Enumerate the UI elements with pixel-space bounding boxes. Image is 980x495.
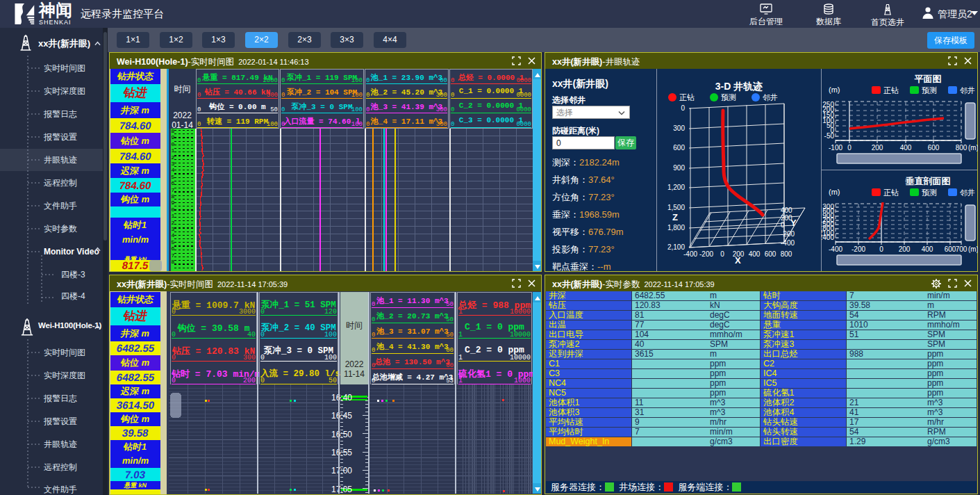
svg-text:1,500: 1,500 (667, 204, 685, 211)
svg-text:600: 600 (945, 245, 956, 253)
svg-text:1: 1 (172, 213, 175, 219)
svg-text:0: 0 (172, 206, 175, 213)
svg-text:400: 400 (749, 250, 761, 258)
svg-text:0: 0 (879, 245, 883, 253)
svg-text:16:45: 16:45 (331, 411, 352, 421)
svg-text:600: 600 (928, 144, 940, 152)
svg-text:0: 0 (720, 250, 724, 258)
svg-text:900: 900 (673, 164, 685, 172)
svg-text:6: 6 (172, 245, 175, 252)
svg-text:2,100: 2,100 (667, 243, 685, 251)
svg-text:600: 600 (673, 144, 685, 152)
svg-text:9: 9 (172, 200, 175, 206)
svg-text:1,800: 1,800 (667, 224, 685, 232)
svg-text:-200: -200 (852, 245, 865, 253)
svg-text:800: 800 (781, 250, 792, 258)
svg-text:8: 8 (172, 259, 175, 265)
svg-text:0: 0 (681, 104, 685, 112)
svg-text:预测: 预测 (922, 86, 937, 95)
svg-text:邻井: 邻井 (960, 86, 975, 95)
svg-text:800: 800 (956, 144, 967, 152)
svg-text:4: 4 (172, 232, 175, 238)
svg-text:7: 7 (172, 252, 175, 259)
svg-text:200: 200 (872, 144, 883, 152)
svg-text:X: X (735, 255, 741, 266)
svg-text:5: 5 (172, 174, 175, 180)
svg-text:预测: 预测 (721, 93, 736, 102)
svg-text:(m): (m) (968, 144, 978, 152)
svg-text:正钻: 正钻 (679, 93, 695, 102)
svg-text:600: 600 (765, 250, 776, 258)
svg-text:-400: -400 (829, 245, 842, 253)
svg-text:-50: -50 (824, 132, 835, 140)
svg-text:0: 0 (781, 221, 785, 229)
svg-text:200: 200 (899, 245, 911, 253)
svg-text:1: 1 (172, 147, 175, 154)
svg-text:5: 5 (172, 239, 175, 245)
svg-text:Y: Y (790, 218, 797, 228)
svg-text:邻井: 邻井 (960, 188, 975, 197)
svg-text:3: 3 (172, 226, 175, 232)
svg-text:400: 400 (900, 144, 912, 152)
svg-text:300: 300 (673, 124, 685, 132)
svg-text:平面图: 平面图 (915, 74, 942, 84)
svg-text:邻井: 邻井 (763, 93, 778, 102)
svg-text:预测: 预测 (922, 188, 937, 197)
svg-text:17:05: 17:05 (331, 485, 352, 494)
svg-text:-400: -400 (683, 250, 697, 258)
svg-text:8: 8 (172, 193, 175, 200)
svg-text:16:55: 16:55 (331, 448, 352, 457)
svg-text:垂直剖面图: 垂直剖面图 (905, 176, 951, 186)
svg-text:2: 2 (172, 220, 175, 226)
svg-text:正钻: 正钻 (883, 86, 899, 95)
svg-text:7: 7 (172, 187, 175, 193)
svg-text:-200: -200 (781, 230, 795, 238)
svg-text:16:40: 16:40 (331, 393, 352, 403)
svg-text:(m): (m) (829, 188, 840, 196)
svg-text:8: 8 (172, 129, 175, 134)
svg-text:17:00: 17:00 (331, 466, 352, 476)
svg-text:2: 2 (172, 154, 175, 161)
svg-text:16:50: 16:50 (331, 430, 352, 439)
svg-text:-100: -100 (829, 144, 842, 152)
svg-text:0: 0 (172, 141, 175, 147)
svg-text:2400: 2400 (822, 234, 834, 241)
svg-text:-200: -200 (699, 250, 713, 258)
svg-text:4: 4 (172, 167, 175, 173)
svg-text:-400: -400 (781, 239, 795, 247)
svg-text:6: 6 (172, 180, 175, 186)
svg-text:9: 9 (172, 134, 175, 140)
svg-text:400: 400 (781, 206, 792, 214)
svg-text:3: 3 (172, 161, 175, 167)
svg-text:0: 0 (847, 144, 852, 152)
svg-text:(m): (m) (829, 86, 840, 94)
svg-text:1,200: 1,200 (667, 184, 685, 191)
svg-text:正钻: 正钻 (883, 188, 899, 197)
svg-text:Z: Z (672, 212, 678, 222)
svg-text:700: 700 (956, 245, 967, 253)
svg-text:400: 400 (922, 245, 933, 253)
svg-text:3-D 井轨迹: 3-D 井轨迹 (715, 81, 763, 92)
svg-text:(m): (m) (968, 245, 978, 253)
